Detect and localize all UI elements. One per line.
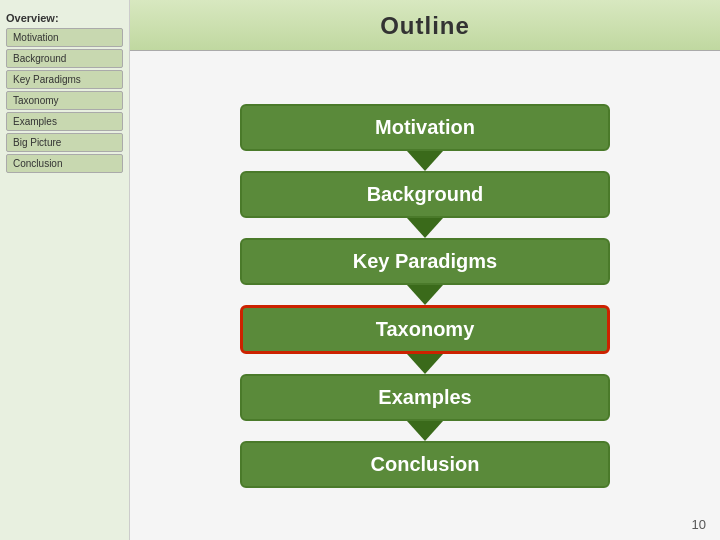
sidebar-item-conclusion[interactable]: Conclusion: [6, 154, 123, 173]
sidebar-item-big-picture[interactable]: Big Picture: [6, 133, 123, 152]
main-panel: Outline MotivationBackgroundKey Paradigm…: [130, 0, 720, 540]
arrow-4: [407, 354, 443, 374]
content-area: MotivationBackgroundKey ParadigmsTaxonom…: [130, 51, 720, 540]
arrow-1: [407, 151, 443, 171]
title-bar: Outline: [130, 0, 720, 51]
arrow-2: [407, 218, 443, 238]
page-number: 10: [692, 517, 706, 532]
sidebar-item-taxonomy[interactable]: Taxonomy: [6, 91, 123, 110]
sidebar-item-motivation[interactable]: Motivation: [6, 28, 123, 47]
sidebar: Overview: MotivationBackgroundKey Paradi…: [0, 0, 130, 540]
sidebar-item-examples[interactable]: Examples: [6, 112, 123, 131]
arrow-5: [407, 421, 443, 441]
outline-block-motivation[interactable]: Motivation: [240, 104, 610, 151]
sidebar-overview-label: Overview:: [6, 12, 123, 24]
page-title: Outline: [130, 12, 720, 40]
sidebar-item-key-paradigms[interactable]: Key Paradigms: [6, 70, 123, 89]
arrow-3: [407, 285, 443, 305]
outline-block-taxonomy[interactable]: Taxonomy: [240, 305, 610, 354]
outline-block-conclusion[interactable]: Conclusion: [240, 441, 610, 488]
sidebar-item-background[interactable]: Background: [6, 49, 123, 68]
outline-block-key-paradigms[interactable]: Key Paradigms: [240, 238, 610, 285]
outline-block-background[interactable]: Background: [240, 171, 610, 218]
outline-block-examples[interactable]: Examples: [240, 374, 610, 421]
